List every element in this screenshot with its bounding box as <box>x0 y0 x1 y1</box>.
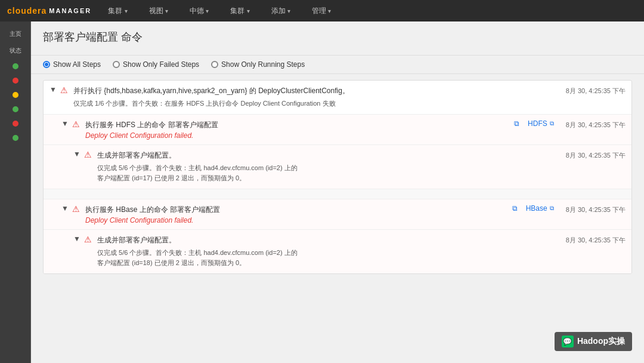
cmd-sub-0: 仅完成 1/6 个步骤。首个失败：在服务 HDFS 上执行命令 Deploy C… <box>73 99 554 109</box>
cmd-meta-1: ⧉ HDFS ⧉ <box>508 119 554 128</box>
error-icon-0: ⚠ <box>60 85 70 95</box>
filter-all-steps[interactable]: Show All Steps <box>43 60 101 69</box>
brand-cloudera: cloudera <box>7 6 47 16</box>
cmd-title-2: 生成并部署客户端配置。 <box>97 150 554 161</box>
error-icon-4: ⚠ <box>84 235 94 244</box>
brand-manager: MANAGER <box>49 7 91 14</box>
cmd-body-2: 生成并部署客户端配置。 仅完成 5/6 个步骤。首个失败：主机 had4.dev… <box>97 150 554 184</box>
sidebar-item-6[interactable] <box>0 131 30 144</box>
expand-icon-0[interactable]: ▼ <box>49 85 58 94</box>
watermark-text: Hadoop实操 <box>577 336 625 347</box>
spacer-row-1 <box>44 189 631 199</box>
nav-view[interactable]: 视图 ▾ <box>144 4 173 19</box>
filter-running-label: Show Only Running Steps <box>221 60 305 69</box>
cmd-title-1: 执行服务 HDFS 上的命令 部署客户端配置 <box>85 119 502 130</box>
status-dot-red-2 <box>13 121 18 127</box>
filter-bar: Show All Steps Show Only Failed Steps Sh… <box>31 56 644 74</box>
radio-failed[interactable] <box>113 61 120 68</box>
nav-mid[interactable]: 中德 ▾ <box>185 4 213 19</box>
hbase-link[interactable]: ⧉ <box>512 204 518 213</box>
cmd-error-1: Deploy Client Configuration failed. <box>85 131 502 140</box>
nav-add[interactable]: 添加 ▾ <box>267 4 295 19</box>
cmd-title-0: 并行执行 {hdfs,hbase,kafka,yarn,hive,spark2_… <box>73 85 554 96</box>
page-title: 部署客户端配置 命令 <box>43 30 632 44</box>
main-content: 部署客户端配置 命令 Show All Steps Show Only Fail… <box>31 21 644 363</box>
cmd-sub-2: 仅完成 5/6 个步骤。首个失败：主机 had4.dev.cfcmu.com (… <box>97 163 554 184</box>
cmd-timestamp-0: 8月 30, 4:25:35 下午 <box>566 85 626 96</box>
wechat-icon: 💬 <box>562 336 574 347</box>
cmd-row-3: ▼ ⚠ 执行服务 HBase 上的命令 部署客户端配置 Deploy Clien… <box>44 199 631 230</box>
sidebar: 主页 状态 <box>0 21 31 363</box>
cmd-row-2: ▼ ⚠ 生成并部署客户端配置。 仅完成 5/6 个步骤。首个失败：主机 had4… <box>44 145 631 189</box>
hdfs-external-icon: ⧉ <box>550 120 554 127</box>
expand-icon-3[interactable]: ▼ <box>61 204 70 213</box>
status-dot-yellow <box>13 92 18 98</box>
hbase-label[interactable]: HBase <box>526 204 547 213</box>
command-list: ▼ ⚠ 并行执行 {hdfs,hbase,kafka,yarn,hive,spa… <box>31 74 644 285</box>
error-icon-3: ⚠ <box>72 204 82 214</box>
cmd-body-3: 执行服务 HBase 上的命令 部署客户端配置 Deploy Client Co… <box>85 204 500 224</box>
cmd-title-4: 生成并部署客户端配置。 <box>97 235 554 245</box>
cmd-title-3: 执行服务 HBase 上的命令 部署客户端配置 <box>85 204 500 215</box>
status-dot-green-3 <box>13 135 18 141</box>
cmd-timestamp-1: 8月 30, 4:25:35 下午 <box>566 119 626 130</box>
hdfs-link[interactable]: ⧉ <box>514 119 519 128</box>
sidebar-item-5[interactable] <box>0 117 30 130</box>
sidebar-item-2[interactable] <box>0 74 30 87</box>
nav-admin[interactable]: 管理 ▾ <box>307 4 336 19</box>
brand: cloudera MANAGER <box>7 6 91 16</box>
sidebar-home-label: 主页 <box>0 26 30 42</box>
filter-failed-steps[interactable]: Show Only Failed Steps <box>113 60 199 69</box>
error-icon-2: ⚠ <box>84 150 94 159</box>
hbase-external-icon: ⧉ <box>550 205 554 212</box>
filter-all-label: Show All Steps <box>53 60 101 69</box>
sidebar-item-4[interactable] <box>0 103 30 116</box>
status-dot-red-1 <box>13 78 18 84</box>
watermark: 💬 Hadoop实操 <box>555 332 632 351</box>
error-icon-1: ⚠ <box>72 119 82 129</box>
hdfs-label[interactable]: HDFS <box>528 119 547 128</box>
cmd-body-0: 并行执行 {hdfs,hbase,kafka,yarn,hive,spark2_… <box>73 85 554 109</box>
cmd-group-1: ▼ ⚠ 并行执行 {hdfs,hbase,kafka,yarn,hive,spa… <box>43 80 632 274</box>
layout: 主页 状态 部署客户端配置 命令 Sh <box>0 21 644 363</box>
cmd-sub-4: 仅完成 5/6 个步骤。首个失败：主机 had4.dev.cfcmu.com (… <box>97 248 554 269</box>
sidebar-item-1[interactable] <box>0 60 30 73</box>
cmd-row-0: ▼ ⚠ 并行执行 {hdfs,hbase,kafka,yarn,hive,spa… <box>44 81 631 115</box>
radio-running[interactable] <box>211 61 218 68</box>
cmd-body-1: 执行服务 HDFS 上的命令 部署客户端配置 Deploy Client Con… <box>85 119 502 140</box>
radio-all[interactable] <box>43 61 50 68</box>
cmd-meta-3: ⧉ HBase ⧉ <box>506 204 554 213</box>
nav-cluster[interactable]: 集群 ▾ <box>103 4 132 19</box>
top-nav: cloudera MANAGER 集群 ▾ 视图 ▾ 中德 ▾ 集群 ▾ 添加 … <box>0 0 644 21</box>
cmd-timestamp-2: 8月 30, 4:25:35 下午 <box>566 150 626 160</box>
sidebar-item-3[interactable] <box>0 88 30 101</box>
cmd-error-3: Deploy Client Configuration failed. <box>85 216 500 224</box>
nav-cluster2[interactable]: 集群 ▾ <box>225 4 254 19</box>
expand-icon-1[interactable]: ▼ <box>61 119 70 128</box>
expand-icon-2[interactable]: ▼ <box>73 150 82 158</box>
filter-running-steps[interactable]: Show Only Running Steps <box>211 60 305 69</box>
cmd-row-4: ▼ ⚠ 生成并部署客户端配置。 仅完成 5/6 个步骤。首个失败：主机 had4… <box>44 230 631 273</box>
page-header: 部署客户端配置 命令 <box>31 21 644 56</box>
status-dot-green-2 <box>13 106 18 112</box>
cmd-timestamp-4: 8月 30, 4:25:35 下午 <box>566 235 626 245</box>
sidebar-status-label: 状态 <box>0 43 30 59</box>
status-dot-green <box>13 63 18 69</box>
cmd-timestamp-3: 8月 30, 4:25:35 下午 <box>566 204 626 214</box>
expand-icon-4[interactable]: ▼ <box>73 235 82 243</box>
cmd-row-1: ▼ ⚠ 执行服务 HDFS 上的命令 部署客户端配置 Deploy Client… <box>44 115 631 145</box>
filter-failed-label: Show Only Failed Steps <box>123 60 199 69</box>
cmd-body-4: 生成并部署客户端配置。 仅完成 5/6 个步骤。首个失败：主机 had4.dev… <box>97 235 554 269</box>
